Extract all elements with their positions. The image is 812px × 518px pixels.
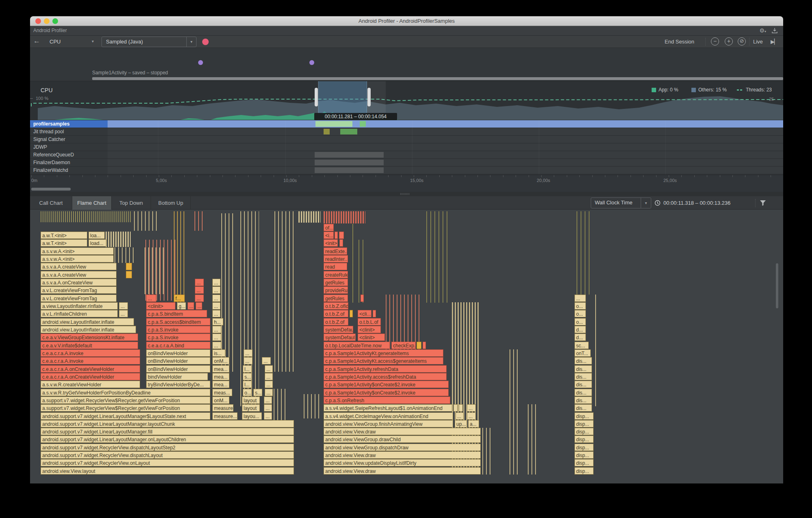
flame-segment[interactable]: bindViewHolder xyxy=(146,373,208,380)
thread-row[interactable]: Jit thread pool xyxy=(30,128,783,136)
zoom-out-icon[interactable]: − xyxy=(711,37,719,46)
flame-segment[interactable]: android.support.v7.widget.RecyclerView.d… xyxy=(41,451,294,459)
flame-segment[interactable]: o.t.b.L.of xyxy=(358,318,381,325)
flame-segment[interactable]: <i... xyxy=(324,232,334,239)
flame-segment[interactable]: s... xyxy=(253,389,262,396)
flame-segment[interactable]: c.e.a.c.r.a.A.onCreateViewHolder xyxy=(41,365,140,373)
flame-segment[interactable]: a.v.L.createViewFromTag xyxy=(41,295,117,302)
thread-row[interactable]: JDWP xyxy=(30,143,783,151)
flame-segment[interactable]: c.e.a.v.ViewGroupExtensionsKt.inflate xyxy=(41,334,138,341)
flame-segment[interactable]: c.p.a.S.invoke xyxy=(146,334,210,341)
flame-segment[interactable]: android.view.View.updateDisplayListIfDir… xyxy=(324,459,481,466)
flame-segment[interactable]: readInter... xyxy=(324,255,348,262)
flame-segment[interactable]: checkExp... xyxy=(391,342,416,349)
flame-segment[interactable]: ... xyxy=(195,279,204,286)
flame-segment[interactable] xyxy=(454,404,458,412)
flame-segment[interactable]: <clinit> xyxy=(146,302,175,310)
flame-segment[interactable]: tryBindViewHolderByDe... xyxy=(146,381,210,388)
flame-segment[interactable] xyxy=(335,232,338,239)
flame-segment[interactable]: ... xyxy=(212,302,220,310)
flame-segment[interactable]: disp... xyxy=(574,428,594,435)
zoom-in-icon[interactable]: + xyxy=(725,37,733,46)
flame-segment[interactable]: c.p.a.Sample1ActivityKt.access$generateI… xyxy=(324,357,443,364)
flame-segment[interactable]: disp... xyxy=(574,444,594,451)
flame-segment[interactable]: c.p.a.S.invoke xyxy=(146,326,210,333)
gear-icon[interactable]: ⚙▾ xyxy=(759,27,766,34)
flame-segment[interactable]: dis... xyxy=(574,373,592,380)
tab-flame-chart[interactable]: Flame Chart xyxy=(72,196,112,210)
flame-segment[interactable]: <init> xyxy=(324,239,338,247)
flame-segment[interactable]: onM... xyxy=(212,397,229,404)
flame-segment[interactable]: readExte... xyxy=(324,247,347,255)
tab-call-chart[interactable]: Call Chart xyxy=(30,196,72,210)
flame-segment[interactable]: h... xyxy=(212,318,223,325)
flame-segment[interactable]: android.view.LayoutInflater.inflate xyxy=(41,326,136,333)
flame-segment[interactable]: a.view.LayoutInflater.rInflate xyxy=(41,302,118,310)
flame-segment[interactable] xyxy=(373,310,376,317)
flame-segment[interactable] xyxy=(126,271,132,278)
flame-segment[interactable]: c.p.a.Sample1Activity$onCreate$2.invoke xyxy=(324,381,449,388)
flame-segment[interactable]: ... xyxy=(265,381,273,388)
filter-icon[interactable] xyxy=(760,200,766,206)
thread-row[interactable]: ReferenceQueueD xyxy=(30,151,783,159)
flame-segment[interactable]: dis... xyxy=(574,397,592,404)
flame-segment[interactable]: ... xyxy=(264,404,272,412)
record-button[interactable] xyxy=(202,39,209,45)
flame-segment[interactable]: d... xyxy=(574,326,586,333)
thread-row[interactable]: FinalizerWatchd xyxy=(30,167,783,174)
flame-segment[interactable]: o.t.b.Z.of xyxy=(324,318,348,325)
flame-segment[interactable]: a.w.T.<init> xyxy=(41,232,87,239)
flame-segment[interactable] xyxy=(361,295,364,302)
flame-segment[interactable]: load... xyxy=(89,239,106,247)
flame-segment[interactable]: disp... xyxy=(574,436,594,443)
flame-segment[interactable]: l... xyxy=(243,365,252,373)
download-icon[interactable] xyxy=(772,28,777,33)
flame-segment[interactable] xyxy=(126,263,132,270)
flame-segment[interactable]: layout xyxy=(242,397,260,404)
thread-row[interactable]: profilersamples xyxy=(30,120,783,128)
flame-segment[interactable]: ... xyxy=(456,412,464,420)
timeline-axis[interactable]: 0m5,00s10,00s15,00s20,00s25,00s xyxy=(30,175,783,187)
flame-segment[interactable]: layou... xyxy=(242,412,262,420)
flame-segment[interactable]: ... xyxy=(212,334,221,341)
flame-segment[interactable]: is... xyxy=(212,349,225,357)
flame-segment[interactable]: up... xyxy=(455,420,467,427)
flame-segment[interactable]: mea... xyxy=(212,365,229,373)
flame-segment[interactable]: c.e.a.v.V.inflate$default xyxy=(41,342,138,349)
flame-segment[interactable]: ... xyxy=(212,342,221,349)
end-session-button[interactable]: End Session xyxy=(665,39,694,45)
flame-segment[interactable]: android.support.v7.widget.LinearLayoutMa… xyxy=(41,412,210,420)
vertical-scrollbar-thumb[interactable] xyxy=(776,263,778,308)
flame-segment[interactable]: ... xyxy=(265,389,273,396)
flame-segment[interactable]: a.s.v.a.A.createView xyxy=(41,263,117,270)
flame-segment[interactable]: onBindViewHolder xyxy=(146,357,210,364)
zoom-to-fit-icon[interactable]: ⊘ xyxy=(738,37,746,46)
flame-segment[interactable]: ... xyxy=(119,302,128,310)
flame-segment[interactable]: android.view.LayoutInflater.inflate xyxy=(41,318,134,325)
flame-segment[interactable]: ... xyxy=(212,279,220,286)
flame-segment[interactable]: c.p.a.Sample1ActivityKt.generateItems xyxy=(324,349,443,357)
flame-segment[interactable]: a.s.v4.widget.SwipeRefreshLayout$1.onAni… xyxy=(324,404,452,412)
flame-segment[interactable]: mea... xyxy=(212,381,229,388)
selection-handle-left[interactable] xyxy=(315,88,318,106)
flame-segment[interactable]: o... xyxy=(574,302,586,310)
flame-segment[interactable]: android.view.View.layout xyxy=(41,467,294,475)
flame-segment[interactable]: c.e.a.c.r.a.A.bind xyxy=(146,342,210,349)
flame-segment[interactable]: disp... xyxy=(574,412,594,420)
flame-segment[interactable] xyxy=(339,239,343,247)
flame-segment[interactable]: c.e.a.c.r.a.A.invoke xyxy=(41,349,140,357)
flame-segment[interactable]: o... xyxy=(574,310,586,317)
flame-segment[interactable]: g... xyxy=(177,302,186,310)
flame-segment[interactable]: disp... xyxy=(574,451,594,459)
flame-segment[interactable] xyxy=(423,342,426,349)
flame-segment[interactable]: loa... xyxy=(89,232,105,239)
flame-segment[interactable]: ... xyxy=(244,357,253,364)
flame-segment[interactable]: android.support.v7.widget.RecyclerView.o… xyxy=(41,459,294,466)
flame-segment[interactable]: a.s.v.w.A.<init> xyxy=(41,255,114,262)
flame-segment[interactable]: getRules xyxy=(324,279,348,286)
flame-segment[interactable]: android.view.View.draw xyxy=(324,467,481,475)
flame-segment[interactable]: o.t.b.Z.ofId xyxy=(324,302,348,310)
flame-segment[interactable]: ... xyxy=(146,295,156,302)
flame-segment[interactable]: o... xyxy=(243,389,252,396)
flame-segment[interactable]: android.support.v7.widget.RecyclerView.d… xyxy=(41,444,294,451)
